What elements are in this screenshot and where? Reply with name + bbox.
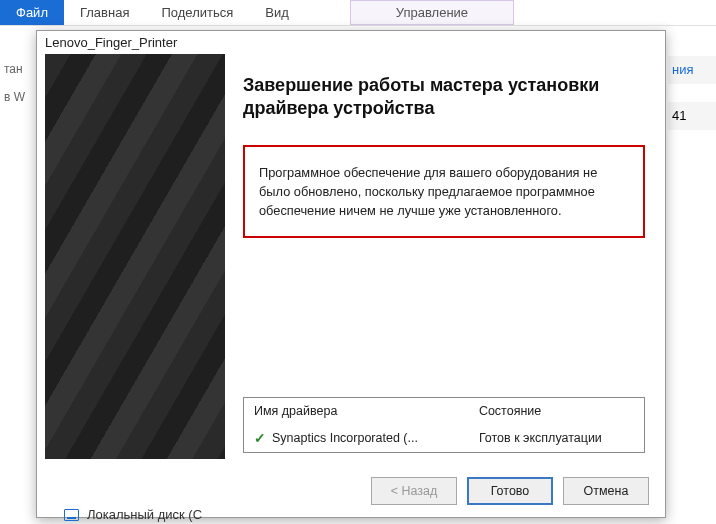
driver-table: Имя драйвера Состояние ✓ Synaptics Incor… [243,397,645,453]
wizard-sidebar-graphic [45,54,225,459]
ribbon-tab-home[interactable]: Главная [64,0,145,25]
table-row: ✓ Synaptics Incorporated (... Готов к эк… [244,424,644,452]
wizard-heading: Завершение работы мастера установки драй… [243,74,645,121]
wizard-dialog: Lenovo_Finger_Printer Завершение работы … [36,30,666,518]
wizard-message: Программное обеспечение для вашего обору… [243,145,645,239]
drive-item[interactable]: Локальный диск (С [64,507,202,522]
check-icon: ✓ [254,430,266,446]
driver-col-state-header: Состояние [479,404,634,418]
driver-name: Synaptics Incorporated (... [272,431,418,445]
drive-icon [64,509,79,521]
ribbon: Файл Главная Поделиться Вид Управление [0,0,716,26]
done-button[interactable]: Готово [467,477,553,505]
cancel-button[interactable]: Отмена [563,477,649,505]
driver-col-name-header: Имя драйвера [254,404,479,418]
ribbon-tab-share[interactable]: Поделиться [145,0,249,25]
ribbon-tab-file[interactable]: Файл [0,0,64,25]
back-button: < Назад [371,477,457,505]
drive-label: Локальный диск (С [87,507,202,522]
explorer-right-fragment: ния 41 [668,26,716,524]
explorer-left-fragment: тан в W [0,26,30,524]
dialog-title: Lenovo_Finger_Printer [37,31,665,54]
ribbon-tab-manage[interactable]: Управление [350,0,514,25]
driver-state: Готов к эксплуатации [479,431,634,445]
ribbon-tab-view[interactable]: Вид [249,0,305,25]
